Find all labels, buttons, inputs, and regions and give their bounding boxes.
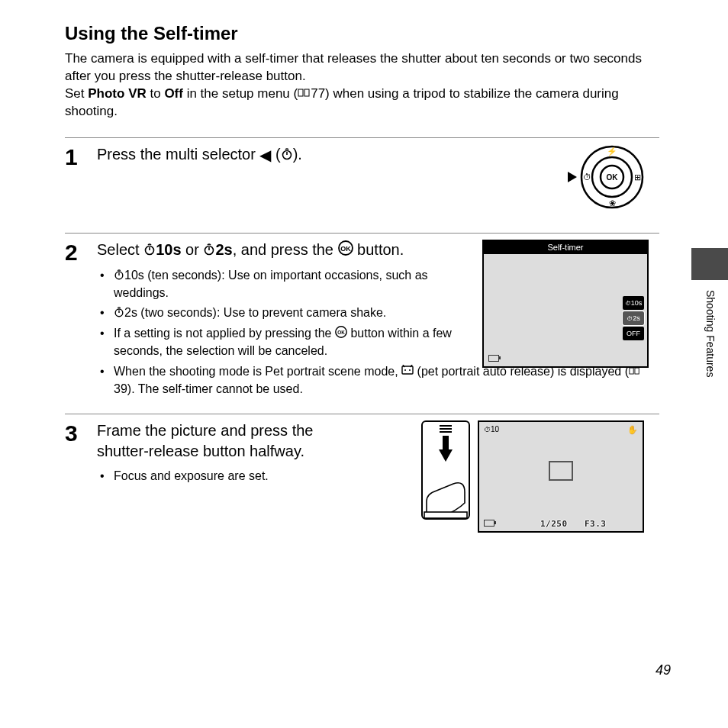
page-number: 49 — [656, 662, 671, 678]
divider — [65, 233, 659, 234]
left-triangle-icon: ◀ — [259, 145, 271, 166]
step-3-heading: Frame the picture and press the shutter-… — [97, 420, 364, 462]
page-title: Using the Self-timer — [65, 23, 659, 44]
svg-text:❀: ❀ — [609, 198, 616, 208]
shutter-press-illustration — [421, 420, 470, 520]
intro-p1: The camera is equipped with a self-timer… — [65, 50, 659, 85]
svg-point-27 — [409, 369, 411, 371]
divider — [65, 414, 659, 414]
svg-text:OK: OK — [607, 173, 619, 182]
step-2-number: 2 — [65, 241, 97, 407]
lcd-af-box — [549, 461, 573, 481]
svg-text:⏱: ⏱ — [583, 172, 591, 182]
ok-button-icon: OK — [335, 326, 347, 343]
svg-rect-1 — [304, 89, 309, 96]
svg-text:⚡: ⚡ — [607, 146, 617, 156]
self-timer-icon — [114, 305, 124, 322]
svg-text:OK: OK — [337, 330, 345, 335]
svg-text:⊞: ⊞ — [634, 172, 641, 182]
self-timer-icon — [143, 240, 156, 261]
svg-rect-0 — [298, 89, 303, 96]
step-3-lcd-illustration: ⏱10 ✋ 1/250 F3.3 — [478, 420, 644, 533]
svg-rect-25 — [402, 366, 413, 374]
svg-rect-30 — [424, 512, 467, 518]
list-item: If a setting is not applied by pressing … — [114, 325, 465, 359]
self-timer-icon — [203, 240, 215, 261]
lcd-timer-indicator: ⏱10 — [484, 425, 499, 433]
step-3: 3 Frame the picture and press the shutte… — [65, 420, 659, 554]
intro-p2: Set Photo VR to Off in the setup menu (7… — [65, 85, 659, 121]
step-3-number: 3 — [65, 422, 97, 554]
step-2-heading: Select 10s or 2s, and press the OK butto… — [97, 240, 425, 261]
lcd-vr-icon: ✋ — [627, 425, 638, 435]
step-2: 2 Select 10s or 2s, and press the OK but… — [65, 240, 659, 407]
battery-icon — [484, 520, 494, 527]
page-content: Using the Self-timer The camera is equip… — [0, 0, 728, 583]
lcd-shutter-speed: 1/250 — [540, 519, 568, 529]
list-item: 2s (two seconds): Use to prevent camera … — [114, 304, 465, 322]
divider — [65, 137, 659, 138]
self-timer-icon — [114, 268, 124, 285]
pet-portrait-icon — [401, 363, 414, 380]
lcd-option-off: OFF — [623, 327, 644, 340]
lcd-f-number: F3.3 — [585, 519, 607, 529]
step-1-number: 1 — [65, 146, 97, 227]
svg-point-26 — [404, 369, 406, 371]
list-item: 10s (ten seconds): Use on important occa… — [114, 267, 465, 301]
svg-marker-12 — [568, 172, 577, 182]
self-timer-icon — [281, 145, 293, 166]
svg-text:OK: OK — [340, 245, 351, 253]
battery-icon — [488, 355, 499, 362]
lcd-option-2s: ⏱2s — [623, 311, 644, 325]
lcd-option-10s: ⏱10s — [623, 296, 644, 310]
manual-icon — [298, 85, 311, 103]
step-2-lcd-illustration: Self-timer ⏱10s ⏱2s OFF — [482, 240, 650, 369]
step-1: 1 Press the multi selector ◀ (). OK ⚡ ❀ … — [65, 144, 659, 227]
multi-selector-illustration: OK ⚡ ❀ ⏱ ⊞ — [559, 141, 650, 214]
lcd-title: Self-timer — [484, 241, 647, 254]
ok-button-icon: OK — [338, 240, 353, 261]
intro-text: The camera is equipped with a self-timer… — [65, 50, 659, 121]
